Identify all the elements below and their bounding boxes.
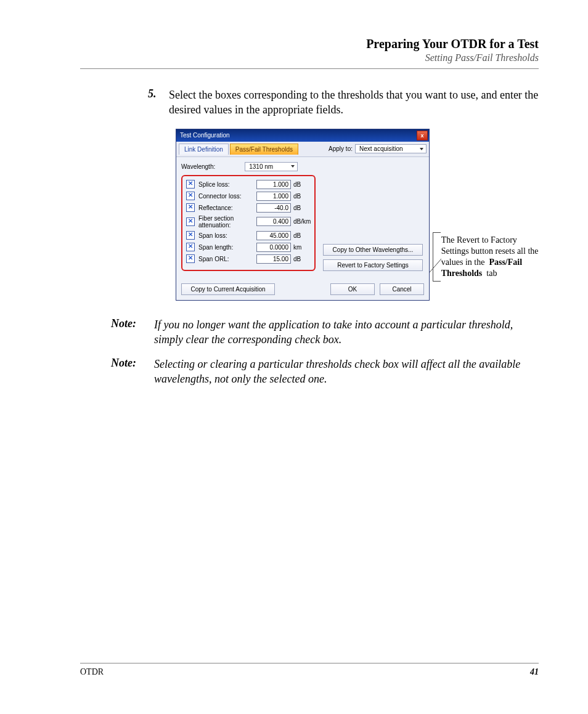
revert-to-factory-settings-button[interactable]: Revert to Factory Settings [323, 259, 423, 271]
ok-button[interactable]: OK [330, 283, 375, 295]
callout-bracket-icon [433, 232, 441, 282]
copy-to-current-acquisition-button[interactable]: Copy to Current Acquisition [181, 283, 275, 295]
threshold-checkbox[interactable]: ✕ [186, 243, 195, 251]
close-icon[interactable]: x [417, 131, 428, 140]
threshold-input[interactable]: -40.0 [256, 203, 291, 213]
threshold-input[interactable]: 0.0000 [256, 243, 291, 252]
threshold-checkbox[interactable]: ✕ [186, 217, 195, 226]
threshold-input[interactable]: 15.00 [256, 254, 291, 264]
tab-link-definition[interactable]: Link Definition [179, 144, 229, 155]
apply-to-select[interactable]: Next acquisition [355, 144, 427, 153]
tab-pass-fail-thresholds[interactable]: Pass/Fail Thresholds [230, 144, 298, 155]
threshold-label: Reflectance: [198, 205, 254, 211]
apply-to-value: Next acquisition [359, 145, 403, 152]
threshold-row: ✕Splice loss:1.000dB [186, 180, 311, 189]
dialog-title: Test Configuration [180, 132, 230, 139]
threshold-checkbox[interactable]: ✕ [186, 180, 195, 189]
threshold-unit: dB/km [293, 218, 311, 225]
threshold-unit: dB [293, 256, 311, 262]
wavelength-label: Wavelength: [181, 163, 215, 170]
threshold-input[interactable]: 0.400 [256, 217, 291, 226]
callout-line3: tab [484, 269, 497, 278]
threshold-checkbox[interactable]: ✕ [186, 231, 195, 240]
threshold-row: ✕Span length:0.0000km [186, 243, 311, 252]
threshold-row: ✕Span ORL:15.00dB [186, 254, 311, 264]
header-divider [80, 68, 539, 69]
apply-to-label: Apply to: [329, 145, 353, 152]
threshold-input[interactable]: 1.000 [256, 192, 291, 201]
page-subtitle: Setting Pass/Fail Thresholds [80, 52, 539, 63]
dialog-titlebar: Test Configuration x [176, 129, 429, 142]
threshold-row: ✕Fiber section attenuation:0.400dB/km [186, 215, 311, 229]
threshold-checkbox[interactable]: ✕ [186, 203, 195, 212]
threshold-input[interactable]: 45.000 [256, 231, 291, 240]
callout-text: The Revert to Factory Settings button re… [441, 235, 539, 280]
footer-divider [80, 663, 539, 663]
threshold-label: Span ORL: [198, 256, 254, 262]
footer-page-number: 41 [530, 667, 539, 677]
note-text-1: If you no longer want the application to… [154, 317, 539, 347]
threshold-label: Span loss: [198, 232, 254, 239]
threshold-checkbox[interactable]: ✕ [186, 192, 195, 200]
threshold-label: Splice loss: [198, 181, 254, 188]
threshold-row: ✕Reflectance:-40.0dB [186, 203, 311, 213]
threshold-label: Span length: [198, 244, 254, 251]
wavelength-value: 1310 nm [249, 163, 273, 170]
threshold-input[interactable]: 1.000 [256, 180, 291, 189]
cancel-button[interactable]: Cancel [380, 283, 424, 295]
note-label-2: Note: [111, 357, 154, 370]
threshold-checkbox[interactable]: ✕ [186, 254, 195, 263]
step-text: Select the boxes corresponding to the th… [169, 87, 539, 118]
thresholds-group: ✕Splice loss:1.000dB✕Connector loss:1.00… [181, 175, 316, 271]
copy-to-other-wavelengths-button[interactable]: Copy to Other Wavelengths... [323, 244, 423, 256]
wavelength-select[interactable]: 1310 nm [245, 162, 298, 171]
threshold-label: Connector loss: [198, 193, 254, 200]
threshold-unit: dB [293, 181, 311, 188]
test-configuration-dialog: Test Configuration x Link Definition Pas… [176, 129, 430, 301]
threshold-row: ✕Connector loss:1.000dB [186, 192, 311, 201]
note-text-2: Selecting or clearing a particular thres… [154, 357, 539, 387]
threshold-row: ✕Span loss:45.000dB [186, 231, 311, 240]
note-label-1: Note: [111, 317, 154, 330]
step-number: 5. [148, 87, 169, 100]
page-title: Preparing Your OTDR for a Test [80, 37, 539, 51]
threshold-unit: dB [293, 232, 311, 239]
threshold-unit: km [293, 244, 311, 251]
dialog-tabrow: Link Definition Pass/Fail Thresholds App… [176, 142, 429, 157]
threshold-unit: dB [293, 205, 311, 211]
threshold-label: Fiber section attenuation: [198, 215, 254, 229]
threshold-unit: dB [293, 193, 311, 200]
footer-product: OTDR [80, 667, 104, 677]
